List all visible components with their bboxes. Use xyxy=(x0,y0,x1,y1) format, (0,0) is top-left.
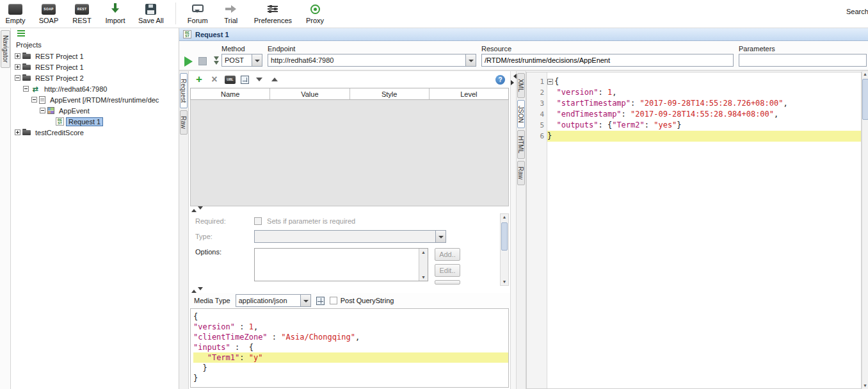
request-body-line: } xyxy=(193,373,508,383)
scroll-up-icon[interactable]: ▲ xyxy=(863,71,867,78)
delete-param-icon[interactable] xyxy=(209,74,220,85)
chevron-down-icon[interactable] xyxy=(435,231,446,242)
forum-icon xyxy=(192,4,204,12)
response-tab-json[interactable]: JSON xyxy=(517,100,525,129)
resource-icon xyxy=(39,96,45,104)
scroll-up-icon[interactable]: ▲ xyxy=(421,250,426,254)
endpoint-select[interactable]: http://redhat64:7980 xyxy=(268,54,476,67)
method-label: Method xyxy=(221,45,245,53)
media-type-select[interactable]: application/json xyxy=(236,294,311,307)
splitter-down-icon[interactable] xyxy=(198,206,203,212)
options-list[interactable]: ▲ ▼ xyxy=(254,248,428,281)
param-column-name[interactable]: Name xyxy=(191,88,270,99)
post-querystring-checkbox[interactable] xyxy=(330,297,337,304)
media-grid-icon[interactable] xyxy=(316,297,325,305)
toolbar-button-soap[interactable]: SOAP xyxy=(37,1,60,26)
soapui-window: EmptySOAPRESTImportSave AllForumTrialPre… xyxy=(0,0,868,389)
tree-item-rest-project-1[interactable]: REST Project 1 xyxy=(11,51,179,62)
request-body-line: "Term1": "y" xyxy=(193,352,508,363)
request-body-editor[interactable]: {"version" : 1,"clientTimeZone" : "Asia/… xyxy=(190,308,509,388)
scroll-down-icon[interactable]: ▼ xyxy=(502,279,507,285)
param-column-value[interactable]: Value xyxy=(270,88,350,99)
param-column-style[interactable]: Style xyxy=(350,88,430,99)
add-param-icon[interactable] xyxy=(194,74,204,85)
splitter-up-icon[interactable] xyxy=(191,206,197,212)
response-tab-xml[interactable]: XML xyxy=(517,73,525,98)
chevron-down-icon[interactable] xyxy=(252,54,262,66)
toolbar-button-label: Trial xyxy=(224,17,237,24)
scrollbar-thumb[interactable] xyxy=(862,79,868,120)
tree-item-request-1[interactable]: Request 1 xyxy=(11,116,179,127)
request-tab-raw[interactable]: Raw xyxy=(180,110,188,135)
grid-view-icon[interactable] xyxy=(241,76,249,84)
toolbar-button-save-all[interactable]: Save All xyxy=(137,1,165,26)
scroll-down-icon[interactable]: ▼ xyxy=(421,275,426,279)
collapse-left-icon[interactable] xyxy=(511,74,517,79)
splitter-handle[interactable] xyxy=(189,287,510,293)
method-select[interactable]: POST xyxy=(221,54,262,67)
chevron-down-icon[interactable] xyxy=(465,54,476,66)
options-list-scrollbar[interactable]: ▲ ▼ xyxy=(419,249,428,281)
request-tab-request[interactable]: Request xyxy=(180,73,188,108)
collapse-tree-icon[interactable] xyxy=(17,30,25,37)
required-checkbox[interactable] xyxy=(254,217,262,225)
chevron-down-icon[interactable] xyxy=(300,295,310,306)
details-scrollbar[interactable]: ▲ ▼ xyxy=(500,213,509,286)
cancel-request-button[interactable] xyxy=(198,57,207,65)
param-table-body[interactable] xyxy=(190,100,509,206)
toolbar-button-preferences[interactable]: Preferences xyxy=(253,1,293,26)
tree-item-rest-project-2[interactable]: REST Project 2 xyxy=(11,72,179,83)
search-forum-label[interactable]: Search Forum xyxy=(846,8,868,15)
fold-toggle-icon[interactable] xyxy=(547,79,553,85)
toolbar-button-label: Save All xyxy=(138,17,164,24)
toolbar-button-forum[interactable]: Forum xyxy=(186,1,209,26)
parameters-input[interactable] xyxy=(739,54,867,67)
url-encode-icon[interactable] xyxy=(225,76,236,84)
splitter-down-icon[interactable] xyxy=(198,287,203,293)
pane-divider[interactable] xyxy=(510,71,517,389)
scroll-up-icon[interactable]: ▲ xyxy=(502,214,507,220)
response-tab-html[interactable]: HTML xyxy=(517,130,525,159)
toolbar-button-import[interactable]: Import xyxy=(104,1,127,26)
tree-expander-icon[interactable] xyxy=(31,97,37,103)
navigator-tab[interactable]: Navigator xyxy=(1,30,10,68)
tree-item-testcreditscore[interactable]: testCreditScore xyxy=(11,127,179,138)
toolbar-button-proxy[interactable]: Proxy xyxy=(303,1,326,26)
add-option-button[interactable]: Add.. xyxy=(435,248,460,261)
toolbar-button-trial[interactable]: Trial xyxy=(220,1,243,26)
type-select[interactable] xyxy=(254,230,446,243)
scrollbar-thumb[interactable] xyxy=(501,222,508,251)
resource-input[interactable] xyxy=(481,54,734,67)
toolbar-button-rest[interactable]: REST xyxy=(70,1,93,26)
edit-option-button[interactable]: Edit.. xyxy=(435,264,460,277)
toolbar-button-empty[interactable]: Empty xyxy=(4,1,27,26)
tree-item-appevent-rtdm-rest-runtime-dec[interactable]: AppEvent [/RTDM/rest/runtime/dec xyxy=(11,94,179,105)
tree-expander-icon[interactable] xyxy=(15,53,20,59)
response-tab-raw[interactable]: Raw xyxy=(517,161,525,185)
tree-item-http-redhat64-7980[interactable]: http://redhat64:7980 xyxy=(11,83,179,94)
response-code[interactable]: { "version": 1, "startTimestamp": "2017-… xyxy=(547,72,861,388)
cropped-option-button[interactable] xyxy=(435,280,460,285)
param-column-level[interactable]: Level xyxy=(430,88,508,99)
scroll-down-icon[interactable]: ▼ xyxy=(863,383,867,389)
tree-expander-icon[interactable] xyxy=(40,108,45,113)
tree-item-appevent[interactable]: AppEvent xyxy=(11,105,179,116)
chevron-down-icon[interactable] xyxy=(254,74,264,85)
response-scrollbar[interactable]: ▲ ▼ xyxy=(862,71,868,389)
submit-request-button[interactable] xyxy=(184,56,193,67)
tree-expander-icon[interactable] xyxy=(15,129,20,135)
splitter-up-icon[interactable] xyxy=(191,287,197,293)
chevron-up-icon[interactable] xyxy=(269,74,280,85)
tree-item-rest-project-1[interactable]: REST Project 1 xyxy=(11,62,179,72)
tree-expander-icon[interactable] xyxy=(15,75,20,81)
help-icon[interactable] xyxy=(495,75,505,85)
tree-expander-icon[interactable] xyxy=(15,64,20,70)
collapse-right-icon[interactable] xyxy=(511,80,517,85)
navigator-toolbar xyxy=(11,28,179,39)
splitter-handle[interactable] xyxy=(189,206,510,212)
request-window-titlebar[interactable]: Request 1 xyxy=(179,28,868,41)
double-chevron-icon[interactable] xyxy=(213,56,220,66)
media-type-value: application/json xyxy=(236,295,300,306)
projects-root-label[interactable]: Projects xyxy=(11,39,179,50)
tree-expander-icon[interactable] xyxy=(23,86,29,92)
